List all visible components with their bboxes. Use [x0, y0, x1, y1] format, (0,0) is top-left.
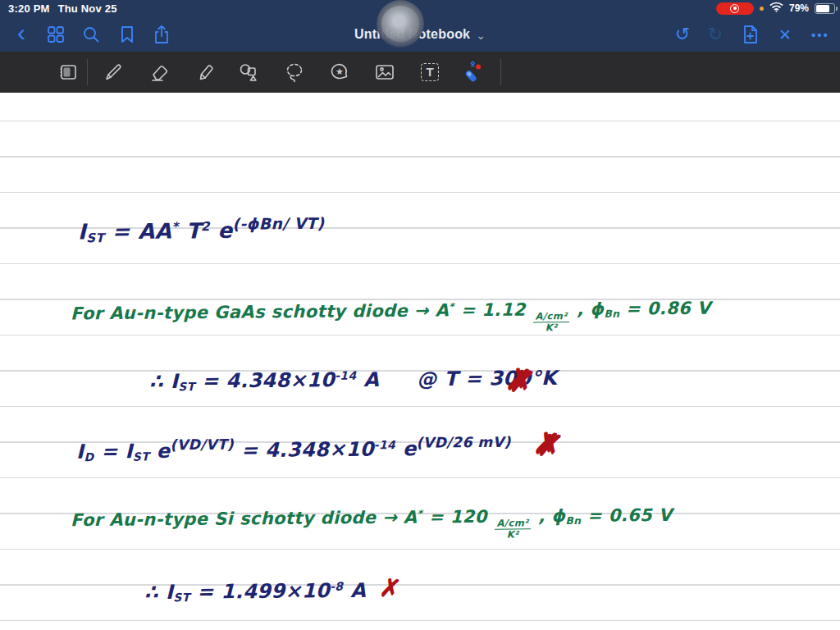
handwriting-gaas-diode-current: ID = IST e(VD/VT) = 4.348×10-14 e(VD/26 … [76, 434, 511, 464]
battery-percent: 79% [789, 2, 809, 14]
shapes-icon[interactable] [237, 61, 260, 84]
sticker-icon[interactable]: ★ [328, 61, 351, 84]
lasso-icon[interactable] [283, 61, 306, 84]
handwriting-saturation-current-formula: IST = AA* T2 e(-ϕBn/ VT) [78, 215, 325, 246]
battery-icon [815, 3, 835, 14]
add-page-button[interactable] [738, 23, 761, 46]
clock-text: 3:20 PM [8, 2, 50, 15]
eraser-icon[interactable] [148, 61, 171, 84]
wifi-icon [769, 1, 783, 16]
status-time-date: 3:20 PMThu Nov 25 [8, 2, 117, 15]
page-canvas[interactable]: IST = AA* T2 e(-ϕBn/ VT) For Au-n-type G… [0, 93, 840, 630]
more-options-button[interactable]: ••• [809, 23, 832, 46]
handwriting-si-diode-parameters: For Au-n-type Si schotty diode → A* = 12… [71, 505, 673, 544]
undo-button[interactable]: ↺ [671, 23, 694, 46]
chevron-down-icon: ⌄ [476, 29, 486, 42]
image-icon[interactable] [373, 61, 396, 84]
highlighter-icon[interactable] [194, 61, 217, 84]
star-glyph: ★ [336, 66, 344, 76]
mic-privacy-dot [760, 7, 764, 11]
handwriting-gaas-diode-parameters: For Au-n-type GaAs schotty diode → A* = … [71, 299, 711, 337]
laser-pointer-icon[interactable] [462, 61, 485, 84]
front-camera-lens [377, 0, 424, 48]
date-text: Thu Nov 25 [58, 2, 117, 15]
handwriting-si-ist-result: ∴ IST = 1.499×10-8 A [144, 579, 366, 605]
notebook-pages-icon[interactable] [57, 61, 80, 84]
redo-button[interactable]: ↻ [704, 23, 727, 46]
handwriting-gaas-ist-result: ∴ IST = 4.348×10-14 A@ T = 300°K [149, 367, 557, 394]
screen-recording-indicator[interactable] [716, 2, 754, 15]
red-cross-mark: ✗ [504, 359, 534, 401]
text-tool-icon[interactable]: T [418, 61, 441, 84]
pen-icon[interactable] [102, 61, 125, 84]
red-cross-mark: ✗ [377, 571, 403, 605]
close-button[interactable]: ✕ [774, 23, 797, 46]
red-cross-mark: ✗ [532, 423, 562, 465]
app-screen: 3:20 PMThu Nov 25 79% [0, 0, 840, 630]
record-icon [730, 4, 739, 13]
drawing-toolbar: ★ T [0, 52, 840, 94]
